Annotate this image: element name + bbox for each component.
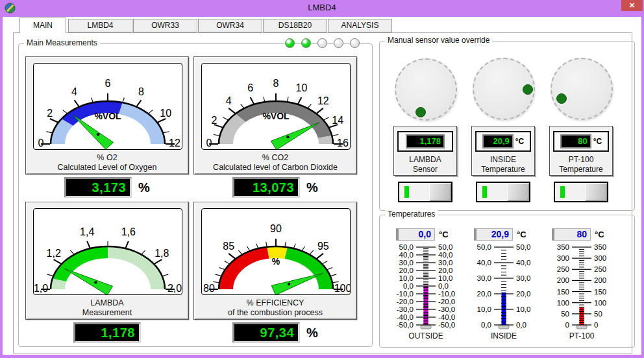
svg-text:-20,0: -20,0 [397,298,414,305]
status-led-2 [301,38,311,48]
switch-rocker [429,183,451,201]
tab-ds18b20[interactable]: DS18B20 [263,19,327,32]
co2-lcd: 13,073 [232,177,300,198]
window-title: LMBD4 [0,3,644,12]
o2-gauge: 024681012%VOL [33,63,182,150]
svg-text:8: 8 [138,86,144,97]
svg-text:150: 150 [557,288,569,296]
o2-readout: 3,173 % [25,178,189,197]
tab-owr33[interactable]: OWR33 [133,19,197,32]
svg-text:10: 10 [160,108,171,119]
inside-temp-display: 20,9 °C [475,131,531,152]
svg-text:8: 8 [273,78,279,89]
lambda-override-switch[interactable] [398,182,452,202]
svg-text:-50,0: -50,0 [397,321,414,329]
svg-text:350: 350 [557,243,569,251]
svg-text:10: 10 [296,82,308,93]
lambda-caption-line2: Measurement [26,308,188,317]
pt100-override-knob[interactable] [551,58,613,120]
svg-text:30,0: 30,0 [477,274,491,282]
svg-text:0: 0 [594,321,598,329]
svg-text:20,0: 20,0 [438,267,452,274]
svg-text:50,0: 50,0 [516,243,530,251]
gauge-panel-o2: 024681012%VOL % O2 Calculated Level of O… [25,56,189,174]
svg-text:100: 100 [557,299,569,307]
svg-text:6: 6 [105,78,111,89]
svg-text:30,0: 30,0 [399,259,414,267]
knob-indicator-dot [556,93,567,104]
svg-text:40,0: 40,0 [438,251,452,259]
pt100-override-switch[interactable] [554,182,608,202]
client-area: MAIN LMBD4 OWR33 OWR34 DS18B20 ANALYSIS … [3,17,641,355]
switch-rocker [585,183,607,201]
inside-override-switch[interactable] [476,182,530,202]
inside-override-knob[interactable] [473,58,535,120]
lambda-sensor-lcd: 1,178 [406,134,445,149]
o2-lcd: 3,173 [64,177,132,198]
efficiency-unit: % [306,326,318,340]
svg-text:350: 350 [594,243,606,251]
svg-text:0,0: 0,0 [516,321,526,329]
svg-text:150: 150 [594,288,606,296]
svg-text:200: 200 [594,276,606,284]
lambda-override-knob[interactable] [395,58,457,121]
o2-caption-line1: % O2 [26,153,188,162]
o2-unit: % [138,180,150,195]
svg-text:%: % [272,256,280,267]
pt100-thermometer: 3503503003002502502002001501501001005050… [543,242,621,333]
lambda-sensor-display: 1,178 [397,131,453,152]
svg-text:1,2: 1,2 [47,248,61,259]
co2-readout: 13,073 % [193,178,357,197]
efficiency-gauge: 80859095100% [201,208,351,295]
pt100-temp-display: 80 °C [553,131,609,152]
svg-text:10,0: 10,0 [516,305,530,313]
svg-text:4: 4 [71,86,77,97]
lambda-sensor-panel: 1,178 LAMBDA Sensor [393,126,457,176]
tab-main[interactable]: MAIN [19,18,66,33]
group-main-label: Main Measurements [24,38,100,47]
application-window: { "window": { "title": "LMBD4", "close_g… [0,0,644,358]
lambda-sensor-label2: Sensor [394,165,456,174]
outside-temp-value: 0,0 [396,228,435,241]
pt100-temp-lcd: 80 [560,134,591,149]
svg-text:50,0: 50,0 [477,243,491,251]
inside-temp-value-unit: °C [517,228,526,241]
co2-caption-line2: Calculated level of Carbon Dioxide [194,163,356,172]
svg-text:300: 300 [594,254,606,262]
svg-text:50,0: 50,0 [438,243,452,251]
svg-text:4: 4 [226,95,232,106]
knob-indicator-dot [523,84,533,95]
gauge-panel-efficiency: 80859095100% % EFFICIENCY of the combust… [193,202,357,320]
svg-text:50,0: 50,0 [399,243,414,251]
svg-text:30,0: 30,0 [516,274,530,282]
svg-text:-40,0: -40,0 [397,313,414,321]
inside-temp-label1: INSIDE [472,155,534,164]
svg-text:40,0: 40,0 [516,259,530,267]
gauge-panel-lambda: 1,01,21,41,61,82,0 LAMBDA Measurement [25,202,189,320]
lambda-gauge: 1,01,21,41,61,82,0 [33,208,182,295]
lambda-sensor-label1: LAMBDA [394,155,456,164]
o2-caption-line2: Calculated Level of Oxygen [26,163,188,172]
svg-text:40,0: 40,0 [399,251,414,259]
group-temperatures-label: Temperatures [385,209,438,219]
svg-text:0,0: 0,0 [403,282,414,290]
svg-text:2,0: 2,0 [167,283,182,294]
svg-text:0: 0 [38,137,44,149]
pt100-temp-value-unit: °C [595,228,604,241]
outside-thermometer-label: OUTSIDE [387,331,465,340]
pt100-temp-unit: °C [593,137,602,146]
svg-text:90: 90 [270,223,282,234]
knob-indicator-dot [415,107,426,117]
svg-text:100: 100 [594,299,606,307]
svg-text:-10,0: -10,0 [397,290,414,298]
co2-caption-line1: % CO2 [194,153,356,162]
svg-text:250: 250 [557,265,569,273]
titlebar[interactable]: LMBD4 ✕ [0,0,644,17]
tab-owr34[interactable]: OWR34 [198,19,262,32]
inside-temp-unit: °C [515,137,524,146]
tab-analysis[interactable]: ANALYSIS [328,19,392,32]
svg-text:20,0: 20,0 [477,290,491,298]
tab-lmbd4[interactable]: LMBD4 [68,19,132,32]
close-button[interactable]: ✕ [621,0,643,11]
svg-text:%VOL: %VOL [262,111,290,121]
